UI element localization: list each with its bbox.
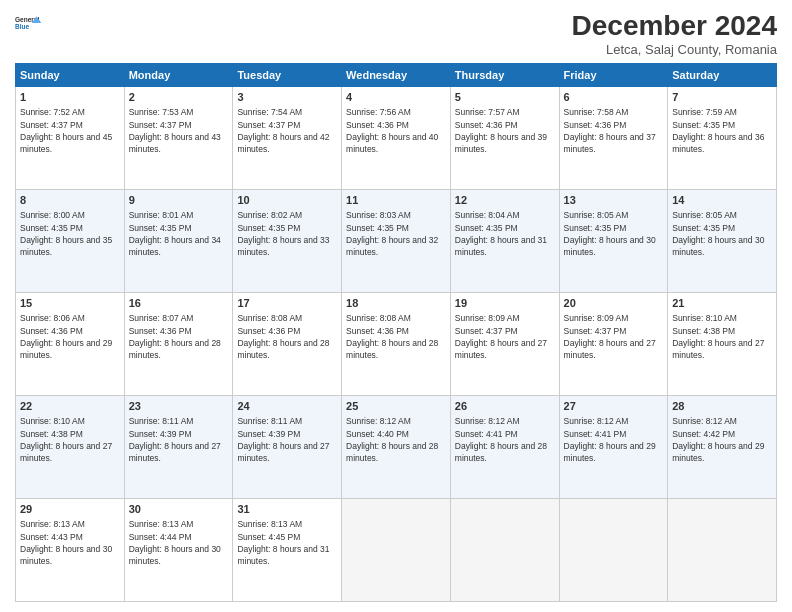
day-info: Sunrise: 8:11 AMSunset: 4:39 PMDaylight:… <box>237 415 337 464</box>
day-number: 29 <box>20 502 120 517</box>
day-info: Sunrise: 8:01 AMSunset: 4:35 PMDaylight:… <box>129 209 229 258</box>
calendar-cell: 10 Sunrise: 8:02 AMSunset: 4:35 PMDaylig… <box>233 190 342 293</box>
col-header-friday: Friday <box>559 64 668 87</box>
calendar-cell: 17 Sunrise: 8:08 AMSunset: 4:36 PMDaylig… <box>233 293 342 396</box>
day-number: 16 <box>129 296 229 311</box>
col-header-sunday: Sunday <box>16 64 125 87</box>
col-header-thursday: Thursday <box>450 64 559 87</box>
day-info: Sunrise: 7:52 AMSunset: 4:37 PMDaylight:… <box>20 106 120 155</box>
calendar-cell: 14 Sunrise: 8:05 AMSunset: 4:35 PMDaylig… <box>668 190 777 293</box>
day-number: 23 <box>129 399 229 414</box>
day-info: Sunrise: 8:02 AMSunset: 4:35 PMDaylight:… <box>237 209 337 258</box>
calendar-cell: 21 Sunrise: 8:10 AMSunset: 4:38 PMDaylig… <box>668 293 777 396</box>
day-info: Sunrise: 8:13 AMSunset: 4:45 PMDaylight:… <box>237 518 337 567</box>
calendar-cell: 26 Sunrise: 8:12 AMSunset: 4:41 PMDaylig… <box>450 396 559 499</box>
day-info: Sunrise: 8:12 AMSunset: 4:40 PMDaylight:… <box>346 415 446 464</box>
day-number: 5 <box>455 90 555 105</box>
day-info: Sunrise: 7:54 AMSunset: 4:37 PMDaylight:… <box>237 106 337 155</box>
calendar-cell: 29 Sunrise: 8:13 AMSunset: 4:43 PMDaylig… <box>16 499 125 602</box>
calendar-cell: 25 Sunrise: 8:12 AMSunset: 4:40 PMDaylig… <box>342 396 451 499</box>
day-number: 25 <box>346 399 446 414</box>
day-info: Sunrise: 8:12 AMSunset: 4:42 PMDaylight:… <box>672 415 772 464</box>
calendar-cell: 4 Sunrise: 7:56 AMSunset: 4:36 PMDayligh… <box>342 87 451 190</box>
day-number: 14 <box>672 193 772 208</box>
day-info: Sunrise: 8:09 AMSunset: 4:37 PMDaylight:… <box>564 312 664 361</box>
calendar-cell: 2 Sunrise: 7:53 AMSunset: 4:37 PMDayligh… <box>124 87 233 190</box>
calendar-cell: 8 Sunrise: 8:00 AMSunset: 4:35 PMDayligh… <box>16 190 125 293</box>
day-info: Sunrise: 8:06 AMSunset: 4:36 PMDaylight:… <box>20 312 120 361</box>
day-info: Sunrise: 7:56 AMSunset: 4:36 PMDaylight:… <box>346 106 446 155</box>
calendar-cell: 24 Sunrise: 8:11 AMSunset: 4:39 PMDaylig… <box>233 396 342 499</box>
calendar-cell <box>559 499 668 602</box>
day-info: Sunrise: 8:12 AMSunset: 4:41 PMDaylight:… <box>455 415 555 464</box>
logo-icon: General Blue <box>15 10 43 38</box>
calendar-cell <box>342 499 451 602</box>
calendar-cell: 11 Sunrise: 8:03 AMSunset: 4:35 PMDaylig… <box>342 190 451 293</box>
day-number: 3 <box>237 90 337 105</box>
calendar-cell: 6 Sunrise: 7:58 AMSunset: 4:36 PMDayligh… <box>559 87 668 190</box>
calendar-cell: 13 Sunrise: 8:05 AMSunset: 4:35 PMDaylig… <box>559 190 668 293</box>
title-block: December 2024 Letca, Salaj County, Roman… <box>572 10 777 57</box>
day-info: Sunrise: 7:58 AMSunset: 4:36 PMDaylight:… <box>564 106 664 155</box>
day-number: 27 <box>564 399 664 414</box>
calendar-cell <box>450 499 559 602</box>
month-title: December 2024 <box>572 10 777 42</box>
calendar-cell: 12 Sunrise: 8:04 AMSunset: 4:35 PMDaylig… <box>450 190 559 293</box>
col-header-tuesday: Tuesday <box>233 64 342 87</box>
calendar-cell: 31 Sunrise: 8:13 AMSunset: 4:45 PMDaylig… <box>233 499 342 602</box>
calendar-cell: 3 Sunrise: 7:54 AMSunset: 4:37 PMDayligh… <box>233 87 342 190</box>
day-info: Sunrise: 8:08 AMSunset: 4:36 PMDaylight:… <box>237 312 337 361</box>
day-info: Sunrise: 8:08 AMSunset: 4:36 PMDaylight:… <box>346 312 446 361</box>
day-info: Sunrise: 8:04 AMSunset: 4:35 PMDaylight:… <box>455 209 555 258</box>
day-info: Sunrise: 8:13 AMSunset: 4:43 PMDaylight:… <box>20 518 120 567</box>
day-info: Sunrise: 7:59 AMSunset: 4:35 PMDaylight:… <box>672 106 772 155</box>
calendar-cell: 27 Sunrise: 8:12 AMSunset: 4:41 PMDaylig… <box>559 396 668 499</box>
calendar: SundayMondayTuesdayWednesdayThursdayFrid… <box>15 63 777 602</box>
location-title: Letca, Salaj County, Romania <box>572 42 777 57</box>
calendar-cell: 23 Sunrise: 8:11 AMSunset: 4:39 PMDaylig… <box>124 396 233 499</box>
header: General Blue December 2024 Letca, Salaj … <box>15 10 777 57</box>
calendar-cell: 28 Sunrise: 8:12 AMSunset: 4:42 PMDaylig… <box>668 396 777 499</box>
day-info: Sunrise: 8:07 AMSunset: 4:36 PMDaylight:… <box>129 312 229 361</box>
calendar-cell: 1 Sunrise: 7:52 AMSunset: 4:37 PMDayligh… <box>16 87 125 190</box>
day-number: 31 <box>237 502 337 517</box>
day-number: 10 <box>237 193 337 208</box>
calendar-cell: 30 Sunrise: 8:13 AMSunset: 4:44 PMDaylig… <box>124 499 233 602</box>
day-info: Sunrise: 8:10 AMSunset: 4:38 PMDaylight:… <box>20 415 120 464</box>
day-number: 15 <box>20 296 120 311</box>
day-info: Sunrise: 8:12 AMSunset: 4:41 PMDaylight:… <box>564 415 664 464</box>
col-header-monday: Monday <box>124 64 233 87</box>
day-info: Sunrise: 8:11 AMSunset: 4:39 PMDaylight:… <box>129 415 229 464</box>
calendar-cell: 19 Sunrise: 8:09 AMSunset: 4:37 PMDaylig… <box>450 293 559 396</box>
svg-text:Blue: Blue <box>15 23 29 30</box>
day-number: 19 <box>455 296 555 311</box>
logo: General Blue <box>15 10 43 38</box>
day-info: Sunrise: 8:13 AMSunset: 4:44 PMDaylight:… <box>129 518 229 567</box>
calendar-cell <box>668 499 777 602</box>
day-number: 12 <box>455 193 555 208</box>
day-info: Sunrise: 8:03 AMSunset: 4:35 PMDaylight:… <box>346 209 446 258</box>
day-number: 13 <box>564 193 664 208</box>
col-header-saturday: Saturday <box>668 64 777 87</box>
day-number: 21 <box>672 296 772 311</box>
day-number: 18 <box>346 296 446 311</box>
day-number: 20 <box>564 296 664 311</box>
day-number: 22 <box>20 399 120 414</box>
day-number: 24 <box>237 399 337 414</box>
day-number: 7 <box>672 90 772 105</box>
calendar-cell: 15 Sunrise: 8:06 AMSunset: 4:36 PMDaylig… <box>16 293 125 396</box>
page: General Blue December 2024 Letca, Salaj … <box>0 0 792 612</box>
day-number: 1 <box>20 90 120 105</box>
day-number: 26 <box>455 399 555 414</box>
day-info: Sunrise: 7:57 AMSunset: 4:36 PMDaylight:… <box>455 106 555 155</box>
day-number: 28 <box>672 399 772 414</box>
day-info: Sunrise: 8:05 AMSunset: 4:35 PMDaylight:… <box>672 209 772 258</box>
day-info: Sunrise: 7:53 AMSunset: 4:37 PMDaylight:… <box>129 106 229 155</box>
day-number: 17 <box>237 296 337 311</box>
day-info: Sunrise: 8:09 AMSunset: 4:37 PMDaylight:… <box>455 312 555 361</box>
calendar-cell: 5 Sunrise: 7:57 AMSunset: 4:36 PMDayligh… <box>450 87 559 190</box>
day-info: Sunrise: 8:05 AMSunset: 4:35 PMDaylight:… <box>564 209 664 258</box>
day-number: 11 <box>346 193 446 208</box>
calendar-cell: 7 Sunrise: 7:59 AMSunset: 4:35 PMDayligh… <box>668 87 777 190</box>
calendar-cell: 16 Sunrise: 8:07 AMSunset: 4:36 PMDaylig… <box>124 293 233 396</box>
